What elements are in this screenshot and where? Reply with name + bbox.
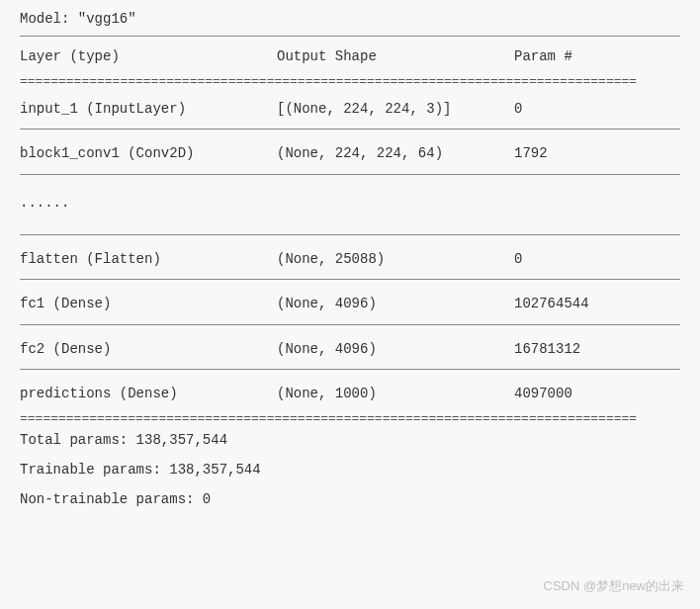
summary-total: Total params: 138,357,544 — [20, 425, 680, 455]
cell-shape: [(None, 224, 224, 3)] — [277, 98, 514, 120]
cell-layer: fc2 (Dense) — [20, 338, 277, 360]
table-row: predictions (Dense) (None, 1000) 4097000 — [20, 373, 680, 410]
cell-shape: (None, 25088) — [277, 248, 514, 270]
table-row: input_1 (InputLayer) [(None, 224, 224, 3… — [20, 88, 680, 126]
model-name: Model: "vgg16" — [20, 8, 680, 30]
divider — [20, 279, 680, 280]
divider — [20, 129, 680, 130]
table-row: flatten (Flatten) (None, 25088) 0 — [20, 238, 680, 276]
table-header: Layer (type) Output Shape Param # — [20, 40, 680, 73]
divider — [20, 234, 680, 235]
cell-layer: fc1 (Dense) — [20, 293, 277, 314]
watermark: CSDN @梦想new的出来 — [544, 576, 685, 597]
table-row: fc2 (Dense) (None, 4096) 16781312 — [20, 328, 680, 366]
ellipsis: ...... — [20, 178, 680, 231]
cell-shape: (None, 1000) — [277, 383, 514, 404]
cell-layer: block1_conv1 (Conv2D) — [20, 142, 277, 164]
divider — [20, 369, 680, 370]
header-shape: Output Shape — [277, 45, 514, 67]
divider — [20, 324, 680, 325]
cell-layer: flatten (Flatten) — [20, 248, 277, 270]
cell-param: 0 — [514, 98, 680, 120]
table-row: block1_conv1 (Conv2D) (None, 224, 224, 6… — [20, 132, 680, 170]
summary-trainable: Trainable params: 138,357,544 — [20, 455, 680, 484]
cell-shape: (None, 4096) — [277, 293, 514, 314]
cell-param: 0 — [514, 248, 680, 270]
table-row: fc1 (Dense) (None, 4096) 102764544 — [20, 283, 680, 320]
cell-param: 4097000 — [514, 383, 680, 404]
divider — [20, 174, 680, 175]
divider — [20, 36, 680, 37]
header-layer: Layer (type) — [20, 45, 277, 67]
summary-nontrainable: Non-trainable params: 0 — [20, 484, 680, 514]
cell-param: 102764544 — [514, 293, 680, 314]
cell-shape: (None, 224, 224, 64) — [277, 142, 514, 164]
cell-param: 16781312 — [514, 338, 680, 360]
header-param: Param # — [514, 45, 680, 67]
cell-layer: input_1 (InputLayer) — [20, 98, 277, 120]
cell-param: 1792 — [514, 142, 680, 164]
cell-shape: (None, 4096) — [277, 338, 514, 360]
divider-double: ========================================… — [20, 74, 680, 88]
divider-double: ========================================… — [20, 411, 680, 425]
cell-layer: predictions (Dense) — [20, 383, 277, 404]
